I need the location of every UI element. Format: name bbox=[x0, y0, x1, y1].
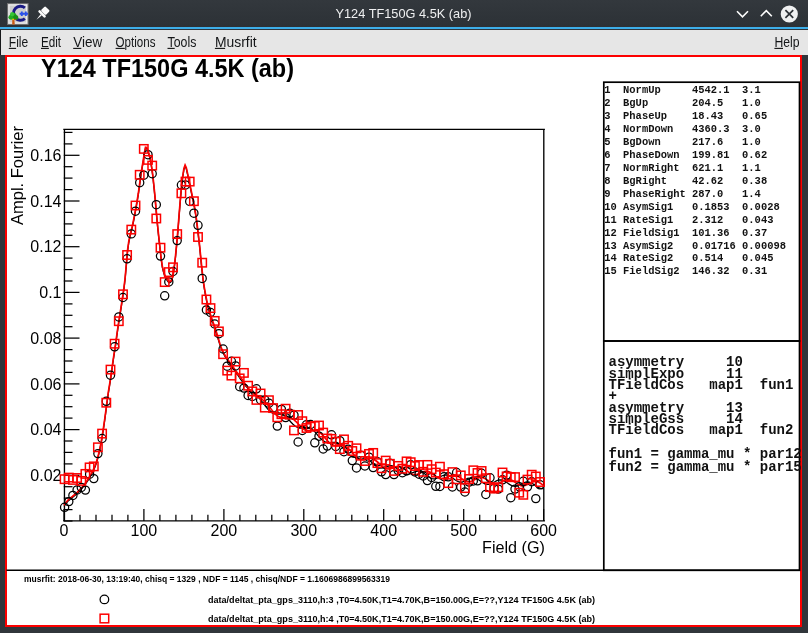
svg-text:Tools: Tools bbox=[168, 34, 197, 50]
svg-text:12 FieldSig1 101.36 0.37: 12 FieldSig1 101.36 0.37 bbox=[604, 227, 767, 239]
svg-text:fun2 = gamma_mu * par15: fun2 = gamma_mu * par15 bbox=[609, 459, 802, 475]
svg-text:Y124 TF150G 4.5K (ab): Y124 TF150G 4.5K (ab) bbox=[41, 54, 294, 82]
svg-text:0.04: 0.04 bbox=[30, 421, 61, 438]
svg-text:8 BgRight 42.62 0.38: 8 BgRight 42.62 0.38 bbox=[604, 175, 767, 187]
svg-text:Options: Options bbox=[116, 34, 156, 50]
svg-text:TFieldCos map1 fun1: TFieldCos map1 fun1 bbox=[609, 377, 794, 393]
svg-text:400: 400 bbox=[370, 522, 397, 539]
svg-text:0.06: 0.06 bbox=[30, 376, 61, 393]
svg-text:13 AsymSig2 0.01716 0.00098: 13 AsymSig2 0.01716 0.00098 bbox=[604, 240, 786, 252]
svg-text:Help: Help bbox=[774, 34, 799, 50]
svg-text:14 RateSig2 0.514 0.045: 14 RateSig2 0.514 0.045 bbox=[604, 252, 773, 264]
svg-text:500: 500 bbox=[450, 522, 477, 539]
svg-text:0: 0 bbox=[60, 522, 69, 539]
svg-text:Field (G): Field (G) bbox=[482, 538, 545, 556]
svg-text:0.08: 0.08 bbox=[30, 330, 61, 347]
svg-text:300: 300 bbox=[290, 522, 317, 539]
svg-text:View: View bbox=[73, 34, 103, 50]
svg-text:0.16: 0.16 bbox=[30, 147, 61, 164]
svg-text:10 AsymSig1 0.1853 0.0028: 10 AsymSig1 0.1853 0.0028 bbox=[604, 201, 779, 213]
svg-text:9 PhaseRight 287.0 1.4: 9 PhaseRight 287.0 1.4 bbox=[604, 188, 761, 200]
svg-text:0.12: 0.12 bbox=[30, 238, 61, 255]
svg-text:5 BgDown 217.6 1.0: 5 BgDown 217.6 1.0 bbox=[604, 136, 761, 148]
svg-text:Edit: Edit bbox=[41, 34, 61, 50]
svg-text:6 PhaseDown 199.81 0.62: 6 PhaseDown 199.81 0.62 bbox=[604, 149, 767, 161]
svg-text:4 NormDown 4360.3 3.0: 4 NormDown 4360.3 3.0 bbox=[604, 123, 761, 135]
svg-text:15 FieldSig2 146.32 0.31: 15 FieldSig2 146.32 0.31 bbox=[604, 265, 767, 277]
svg-text:File: File bbox=[9, 34, 28, 50]
svg-text:Ampl. Fourier: Ampl. Fourier bbox=[8, 125, 26, 225]
svg-text:TFieldCos map1 fun2: TFieldCos map1 fun2 bbox=[609, 422, 794, 438]
svg-text:data/deltat_pta_gps_3110,h:3 ,: data/deltat_pta_gps_3110,h:3 ,T0=4.50K,T… bbox=[208, 595, 595, 605]
svg-text:100: 100 bbox=[131, 522, 158, 539]
svg-text:1 NormUp 4542.1 3.1: 1 NormUp 4542.1 3.1 bbox=[604, 84, 761, 96]
svg-text:600: 600 bbox=[530, 522, 557, 539]
svg-text:0.1: 0.1 bbox=[39, 284, 61, 301]
svg-text:0.02: 0.02 bbox=[30, 467, 61, 484]
svg-text:7 NormRight 621.1 1.1: 7 NormRight 621.1 1.1 bbox=[604, 162, 761, 174]
svg-text:200: 200 bbox=[211, 522, 238, 539]
svg-text:3 PhaseUp 18.43 0.65: 3 PhaseUp 18.43 0.65 bbox=[604, 110, 767, 122]
svg-text:0.14: 0.14 bbox=[30, 193, 61, 210]
svg-text:Musrfit: Musrfit bbox=[215, 34, 257, 50]
svg-text:data/deltat_pta_gps_3110,h:4 ,: data/deltat_pta_gps_3110,h:4 ,T0=4.50K,T… bbox=[208, 614, 595, 624]
svg-text:musrfit: 2018-06-30, 13:19:40,: musrfit: 2018-06-30, 13:19:40, chisq = 1… bbox=[24, 574, 390, 584]
svg-text:11 RateSig1 2.312 0.043: 11 RateSig1 2.312 0.043 bbox=[604, 214, 773, 226]
svg-text:2 BgUp 204.5 1.0: 2 BgUp 204.5 1.0 bbox=[604, 97, 761, 109]
svg-text:Y124 TF150G 4.5K (ab): Y124 TF150G 4.5K (ab) bbox=[336, 6, 472, 21]
